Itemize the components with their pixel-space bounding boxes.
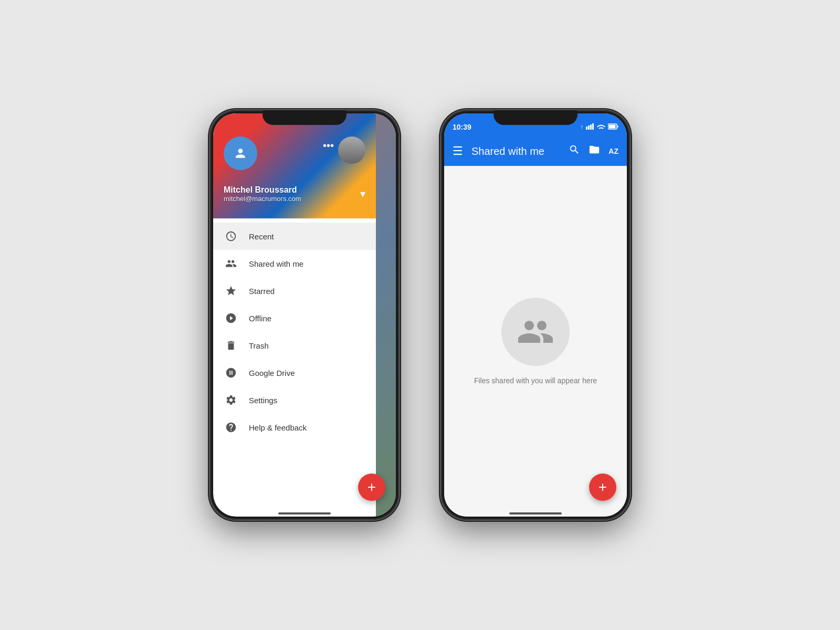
offline-icon — [224, 311, 238, 326]
status-icons: ↑ — [580, 119, 618, 131]
menu-label-help: Help & feedback — [249, 423, 307, 432]
empty-state-container: Files shared with you will appear here — [444, 166, 627, 517]
sort-az-icon[interactable]: AZ — [608, 147, 618, 155]
empty-icon-circle — [501, 298, 570, 366]
photo-inner — [338, 136, 365, 164]
toolbar: ☰ Shared with me AZ — [444, 136, 627, 166]
signal-icon — [586, 123, 594, 131]
star-icon — [224, 284, 238, 298]
drawer-header: ••• Mitchel Broussard mitchel@macrumors.… — [213, 113, 376, 218]
menu-item-settings[interactable]: Settings — [213, 386, 376, 414]
add-fab-button[interactable]: + — [358, 474, 385, 501]
svg-rect-5 — [609, 124, 616, 128]
menu-item-trash[interactable]: Trash — [213, 332, 376, 359]
status-time: 10:39 — [453, 119, 471, 131]
profile-photo[interactable] — [338, 136, 365, 164]
account-dropdown[interactable]: ▾ — [360, 187, 365, 200]
menu-item-help[interactable]: Help & feedback — [213, 414, 376, 441]
svg-rect-0 — [586, 127, 587, 130]
menu-item-starred[interactable]: Starred — [213, 277, 376, 304]
svg-rect-1 — [588, 125, 590, 130]
settings-icon — [224, 393, 238, 407]
more-button[interactable]: ••• — [323, 140, 334, 152]
people-icon — [224, 256, 238, 271]
clock-icon — [224, 229, 238, 244]
shared-people-icon — [517, 313, 554, 351]
status-bar: 10:39 ↑ — [444, 113, 627, 136]
phone-1-screen: ••• Mitchel Broussard mitchel@macrumors.… — [213, 113, 396, 517]
toolbar-title: Shared with me — [471, 145, 560, 158]
user-email: mitchel@macrumors.com — [224, 195, 301, 203]
drawer-menu: Recent Shared with me Starred — [213, 218, 376, 445]
svg-rect-2 — [590, 124, 592, 130]
menu-item-drive[interactable]: Google Drive — [213, 359, 376, 386]
nav-drawer: ••• Mitchel Broussard mitchel@macrumors.… — [213, 113, 376, 517]
menu-item-shared[interactable]: Shared with me — [213, 250, 376, 277]
phone-2-screen: 10:39 ↑ ☰ Shared with me — [444, 113, 627, 517]
drive-icon — [224, 365, 238, 380]
folder-icon[interactable] — [589, 144, 600, 159]
svg-rect-3 — [592, 123, 594, 130]
user-info: Mitchel Broussard mitchel@macrumors.com — [224, 185, 301, 203]
help-icon — [224, 420, 238, 435]
svg-rect-6 — [617, 125, 618, 128]
menu-label-starred: Starred — [249, 287, 275, 296]
phone-2: 10:39 ↑ ☰ Shared with me — [441, 110, 630, 520]
menu-label-trash: Trash — [249, 341, 269, 350]
trash-icon — [224, 338, 238, 353]
add-fab-button-2[interactable]: + — [589, 474, 616, 501]
menu-label-offline: Offline — [249, 314, 271, 323]
person-icon — [235, 148, 246, 159]
battery-icon — [608, 123, 618, 131]
hamburger-menu-icon[interactable]: ☰ — [453, 144, 463, 158]
menu-label-shared: Shared with me — [249, 259, 303, 268]
wifi-icon — [597, 123, 605, 131]
menu-label-drive: Google Drive — [249, 369, 295, 377]
empty-state-message: Files shared with you will appear here — [458, 376, 613, 385]
phone-1: ••• Mitchel Broussard mitchel@macrumors.… — [210, 110, 399, 520]
user-name: Mitchel Broussard — [224, 185, 301, 195]
search-icon[interactable] — [569, 144, 580, 159]
menu-item-offline[interactable]: Offline — [213, 304, 376, 332]
menu-label-settings: Settings — [249, 396, 277, 405]
menu-label-recent: Recent — [249, 232, 274, 241]
user-avatar[interactable] — [224, 136, 257, 170]
menu-item-recent[interactable]: Recent — [213, 223, 376, 250]
location-icon: ↑ — [580, 123, 583, 131]
